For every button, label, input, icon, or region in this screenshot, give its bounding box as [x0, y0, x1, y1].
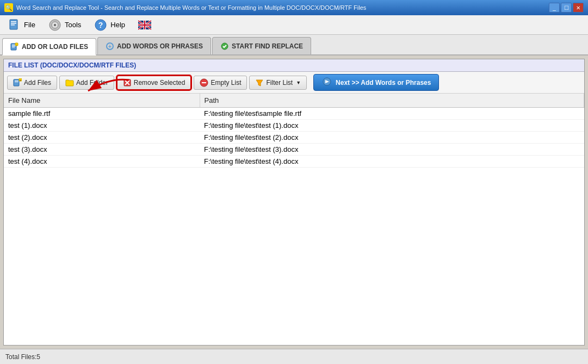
- table-row[interactable]: test (2).docx F:\testing file\test\test …: [4, 132, 584, 144]
- cell-path: F:\testing file\test\test (2).docx: [200, 132, 584, 144]
- svg-rect-30: [15, 82, 18, 82]
- file-menu-label: File: [24, 21, 35, 29]
- filter-list-dropdown-icon: ▼: [296, 80, 301, 85]
- svg-rect-1: [11, 21, 16, 22]
- filter-list-button[interactable]: Filter List ▼: [249, 76, 307, 90]
- svg-marker-38: [256, 80, 263, 86]
- cell-path: F:\testing file\test\test (1).docx: [200, 120, 584, 132]
- column-path: Path: [200, 94, 584, 108]
- filter-list-label: Filter List: [266, 79, 293, 87]
- svg-point-6: [54, 24, 56, 26]
- filter-list-icon: [255, 78, 264, 87]
- svg-rect-2: [11, 23, 16, 24]
- svg-rect-28: [14, 79, 19, 86]
- next-button[interactable]: Next >> Add Words or Phrases: [313, 74, 439, 91]
- empty-list-button[interactable]: Empty List: [194, 76, 247, 90]
- tab-find-replace-icon: [220, 42, 229, 51]
- cell-path: F:\testing file\test\test (3).docx: [200, 144, 584, 156]
- svg-rect-29: [15, 81, 18, 81]
- table-row[interactable]: test (1).docx F:\testing file\test\test …: [4, 120, 584, 132]
- cell-filename: test (1).docx: [4, 120, 200, 132]
- lang-icon: [138, 18, 151, 32]
- column-filename: File Name: [4, 94, 200, 108]
- toolbar-tabs: + ADD OR LOAD FILES + ADD WORDS OR PHRAS…: [0, 35, 588, 55]
- total-files-label: Total Files:5: [5, 353, 40, 361]
- minimize-button[interactable]: _: [549, 3, 560, 13]
- empty-list-label: Empty List: [211, 79, 241, 87]
- tab-add-words-label: ADD WORDS OR PHRASES: [117, 42, 203, 50]
- menu-tools[interactable]: Tools: [43, 16, 86, 34]
- tab-files-icon: +: [10, 42, 19, 51]
- tab-words-icon: +: [106, 42, 114, 51]
- tab-add-load-files[interactable]: + ADD OR LOAD FILES: [2, 38, 96, 55]
- tab-add-words[interactable]: + ADD WORDS OR PHRASES: [97, 37, 211, 54]
- maximize-button[interactable]: ☐: [561, 3, 572, 13]
- menu-lang[interactable]: [133, 16, 157, 34]
- window-controls: _ ☐ ✕: [549, 3, 584, 13]
- action-bar: + Add Files Add Folder Remove Select: [4, 72, 584, 94]
- add-folder-icon: [65, 78, 74, 87]
- help-menu-label: Help: [110, 21, 125, 29]
- table-row[interactable]: sample file.rtf F:\testing file\test\sam…: [4, 108, 584, 120]
- add-files-icon: +: [13, 78, 22, 87]
- tab-add-load-files-label: ADD OR LOAD FILES: [22, 43, 88, 51]
- svg-text:+: +: [16, 42, 17, 46]
- cell-filename: test (3).docx: [4, 144, 200, 156]
- menu-help[interactable]: ? Help: [89, 16, 131, 34]
- menu-bar: File Tools ? Help: [0, 15, 588, 35]
- tab-find-replace[interactable]: START FIND REPLACE: [212, 37, 311, 54]
- table-row[interactable]: test (4).docx F:\testing file\test\test …: [4, 156, 584, 168]
- file-list-title: FILE LIST (DOC/DOCX/DOCM/RTF FILES): [8, 61, 136, 69]
- status-bar: Total Files:5: [0, 349, 588, 364]
- add-files-button[interactable]: + Add Files: [7, 76, 57, 90]
- tools-menu-icon: [48, 18, 61, 32]
- title-bar: 🔍 Word Search and Replace Tool - Search …: [0, 0, 588, 15]
- cell-path: F:\testing file\test\sample file.rtf: [200, 108, 584, 120]
- svg-text:+: +: [108, 44, 112, 50]
- tools-menu-label: Tools: [65, 21, 81, 29]
- empty-list-icon: [200, 78, 208, 87]
- add-folder-label: Add Folder: [76, 79, 108, 87]
- file-list-header: FILE LIST (DOC/DOCX/DOCM/RTF FILES): [4, 59, 584, 72]
- cell-filename: sample file.rtf: [4, 108, 200, 120]
- menu-file[interactable]: File: [2, 16, 41, 34]
- cell-path: F:\testing file\test\test (4).docx: [200, 156, 584, 168]
- remove-selected-icon: [123, 78, 132, 87]
- app-icon: 🔍: [4, 3, 13, 12]
- tab-find-replace-label: START FIND REPLACE: [232, 42, 303, 50]
- table-header-row: File Name Path: [4, 94, 584, 108]
- help-menu-icon: ?: [94, 18, 107, 32]
- remove-selected-button[interactable]: Remove Selected: [116, 75, 192, 90]
- svg-rect-3: [11, 24, 15, 26]
- svg-rect-21: [12, 47, 15, 47]
- file-menu-icon: [8, 18, 21, 32]
- main-content: FILE LIST (DOC/DOCX/DOCM/RTF FILES) +: [3, 59, 585, 346]
- next-button-label: Next >> Add Words or Phrases: [336, 79, 431, 87]
- file-table: File Name Path sample file.rtf F:\testin…: [4, 94, 584, 345]
- table-row[interactable]: test (3).docx F:\testing file\test\test …: [4, 144, 584, 156]
- add-files-label: Add Files: [24, 79, 51, 87]
- close-button[interactable]: ✕: [573, 3, 584, 13]
- cell-filename: test (4).docx: [4, 156, 200, 168]
- window-title: Word Search and Replace Tool - Search an…: [16, 4, 366, 11]
- cell-filename: test (2).docx: [4, 132, 200, 144]
- add-folder-button[interactable]: Add Folder: [59, 76, 114, 90]
- svg-text:+: +: [20, 78, 22, 82]
- remove-selected-label: Remove Selected: [134, 79, 185, 87]
- files-table: File Name Path sample file.rtf F:\testin…: [4, 94, 584, 168]
- next-button-icon: [321, 77, 332, 88]
- svg-text:?: ?: [98, 21, 103, 29]
